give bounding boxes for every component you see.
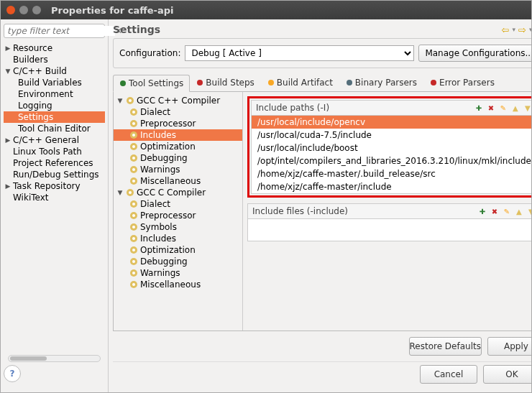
add-file-icon[interactable]: ✚ <box>477 206 487 216</box>
include-path-item[interactable]: /home/xjz/caffe-master/.build_release/sr… <box>252 167 532 180</box>
nav-item-environment[interactable]: Environment <box>4 88 105 100</box>
cancel-button[interactable]: Cancel <box>420 365 477 384</box>
tool-option-debugging[interactable]: Debugging <box>114 152 242 164</box>
tool-option-warnings[interactable]: Warnings <box>114 267 242 279</box>
nav-item-logging[interactable]: Logging <box>4 100 105 111</box>
add-path-icon[interactable]: ✚ <box>474 103 484 113</box>
nav-forward-menu-icon[interactable]: ▾ <box>529 26 532 33</box>
tool-item-label: Miscellaneous <box>140 279 201 290</box>
svg-point-18 <box>132 168 135 171</box>
maximize-icon[interactable] <box>32 6 41 14</box>
gear-icon <box>129 246 138 254</box>
svg-point-30 <box>132 237 135 240</box>
tool-gcc-c-compiler[interactable]: ▼GCC C++ Compiler <box>114 95 242 106</box>
gear-icon <box>129 177 138 185</box>
tab-label: Tool Settings <box>129 78 183 88</box>
move-up-icon[interactable]: ▲ <box>510 103 520 113</box>
tool-option-includes[interactable]: Includes <box>114 129 242 141</box>
nav-item-c-c-general[interactable]: ▶C/C++ General <box>4 134 105 146</box>
ok-button[interactable]: OK <box>483 365 532 384</box>
nav-back-icon[interactable]: ⇦ <box>502 24 510 35</box>
expand-icon: ▶ <box>5 45 11 52</box>
filter-box[interactable]: ✕ <box>4 24 105 38</box>
move-up-file-icon[interactable]: ▲ <box>514 206 524 216</box>
tool-option-dialect[interactable]: Dialect <box>114 106 242 118</box>
nav-item-resource[interactable]: ▶Resource <box>4 42 105 54</box>
tab-error-parsers[interactable]: Error Parsers <box>423 74 501 91</box>
svg-point-26 <box>132 214 135 217</box>
gear-icon <box>129 142 138 151</box>
tab-icon <box>267 79 275 86</box>
edit-file-icon[interactable]: ✎ <box>502 206 512 216</box>
edit-path-icon[interactable]: ✎ <box>498 103 508 113</box>
include-paths-panel: Include paths (-I) ✚ ✖ ✎ ▲ ▼ /usr/local/… <box>251 100 532 194</box>
tool-option-optimization[interactable]: Optimization <box>114 244 242 256</box>
tool-option-preprocessor[interactable]: Preprocessor <box>114 118 242 129</box>
configuration-select[interactable]: Debug [ Active ] <box>185 45 414 61</box>
tool-option-miscellaneous[interactable]: Miscellaneous <box>114 175 242 187</box>
nav-item-build-variables[interactable]: Build Variables <box>4 77 105 88</box>
move-down-file-icon[interactable]: ▼ <box>526 206 532 216</box>
gear-icon <box>129 280 138 289</box>
nav-item-run-debug-settings[interactable]: Run/Debug Settings <box>4 169 105 180</box>
nav-item-wikitext[interactable]: WikiText <box>4 192 105 203</box>
tab-binary-parsers[interactable]: Binary Parsers <box>339 74 423 91</box>
help-button[interactable]: ? <box>4 365 21 382</box>
include-path-item[interactable]: /usr/local/include/boost <box>252 142 532 154</box>
tool-option-dialect[interactable]: Dialect <box>114 198 242 210</box>
gear-icon <box>129 211 138 220</box>
nav-item-tool-chain-editor[interactable]: Tool Chain Editor <box>4 123 105 134</box>
close-icon[interactable] <box>6 6 15 14</box>
gear-icon <box>129 154 138 162</box>
tab-build-artifact[interactable]: Build Artifact <box>261 74 339 91</box>
include-path-item[interactable]: /usr/local/include/opencv <box>252 116 532 129</box>
move-down-icon[interactable]: ▼ <box>523 103 532 113</box>
nav-item-c-c-build[interactable]: ▼C/C++ Build <box>4 65 105 77</box>
tool-item-label: Includes <box>140 234 176 244</box>
left-scrollbar[interactable] <box>8 355 101 362</box>
filter-input[interactable] <box>7 26 115 36</box>
include-path-item[interactable]: /home/xjz/caffe-master/include <box>252 180 532 193</box>
nav-item-settings[interactable]: Settings <box>4 111 105 123</box>
tab-label: Build Steps <box>206 78 254 88</box>
svg-point-6 <box>129 99 132 102</box>
manage-configurations-button[interactable]: Manage Configurations... <box>418 45 532 62</box>
tool-item-label: Debugging <box>140 256 188 267</box>
svg-point-28 <box>132 226 135 228</box>
tool-option-warnings[interactable]: Warnings <box>114 164 242 175</box>
nav-item-project-references[interactable]: Project References <box>4 157 105 169</box>
tool-option-optimization[interactable]: Optimization <box>114 141 242 152</box>
nav-item-task-repository[interactable]: ▶Task Repository <box>4 180 105 192</box>
tab-tool-settings[interactable]: Tool Settings <box>113 75 190 92</box>
nav-item-label: Linux Tools Path <box>13 147 82 157</box>
tool-option-includes[interactable]: Includes <box>114 233 242 244</box>
include-files-panel: Include files (-include) ✚ ✖ ✎ ▲ ▼ <box>247 203 532 241</box>
tool-settings-tree: ▼GCC C++ CompilerDialectPreprocessorIncl… <box>114 92 243 330</box>
settings-tabs: Tool SettingsBuild StepsBuild ArtifactBi… <box>113 74 532 92</box>
tool-option-debugging[interactable]: Debugging <box>114 256 242 267</box>
tab-build-steps[interactable]: Build Steps <box>190 74 261 91</box>
nav-item-builders[interactable]: Builders <box>4 54 105 65</box>
nav-item-label: Tool Chain Editor <box>18 124 91 134</box>
nav-item-linux-tools-path[interactable]: Linux Tools Path <box>4 146 105 157</box>
include-files-list[interactable] <box>248 219 532 241</box>
svg-point-22 <box>129 191 132 194</box>
include-path-item[interactable]: /opt/intel/compilers_and_libraries_2016.… <box>252 154 532 167</box>
delete-file-icon[interactable]: ✖ <box>490 206 500 216</box>
tool-option-preprocessor[interactable]: Preprocessor <box>114 210 242 221</box>
restore-defaults-button[interactable]: Restore Defaults <box>409 337 482 356</box>
include-paths-highlight: Include paths (-I) ✚ ✖ ✎ ▲ ▼ /usr/local/… <box>247 96 532 198</box>
tool-option-miscellaneous[interactable]: Miscellaneous <box>114 279 242 290</box>
include-path-item[interactable]: /usr/local/cuda-7.5/include <box>252 129 532 142</box>
apply-button[interactable]: Apply <box>487 337 532 356</box>
nav-back-menu-icon[interactable]: ▾ <box>512 26 515 33</box>
tool-item-label: Optimization <box>140 245 196 255</box>
tool-gcc-c-compiler[interactable]: ▼GCC C Compiler <box>114 187 242 198</box>
nav-forward-icon[interactable]: ⇨ <box>518 24 526 35</box>
tool-option-symbols[interactable]: Symbols <box>114 221 242 233</box>
include-files-title: Include files (-include) <box>252 206 475 216</box>
delete-path-icon[interactable]: ✖ <box>486 103 496 113</box>
include-paths-list[interactable]: /usr/local/include/opencv/usr/local/cuda… <box>252 116 532 193</box>
minimize-icon[interactable] <box>19 6 28 14</box>
nav-item-label: Project References <box>13 158 93 168</box>
